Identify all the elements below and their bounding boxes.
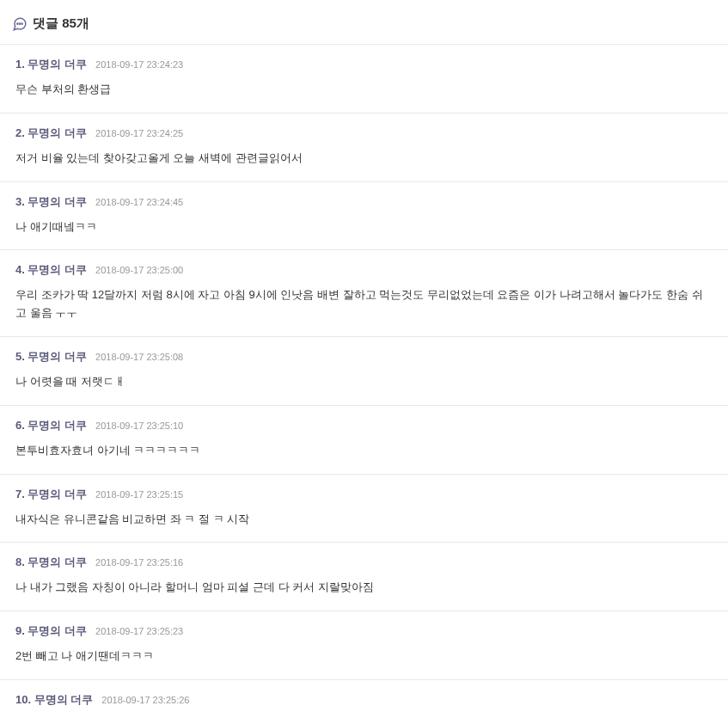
comment-body: 저거 비율 있는데 찾아갖고올게 오늘 새벽에 관련글읽어서 bbox=[15, 150, 713, 168]
svg-point-0 bbox=[17, 23, 18, 24]
comment-author[interactable]: 4. 무명의 더쿠 bbox=[15, 262, 87, 278]
comment-author[interactable]: 2. 무명의 더쿠 bbox=[15, 126, 87, 141]
comment-item: 10. 무명의 더쿠2018-09-17 23:25:26나네 bbox=[0, 679, 728, 718]
comment-head: 8. 무명의 더쿠2018-09-17 23:25:16 bbox=[15, 555, 713, 570]
comment-timestamp: 2018-09-17 23:25:08 bbox=[95, 352, 183, 362]
comments-title-prefix: 댓글 bbox=[33, 15, 58, 30]
comment-author[interactable]: 10. 무명의 더쿠 bbox=[15, 692, 93, 708]
comment-item: 3. 무명의 더쿠2018-09-17 23:24:45나 애기때넼ㅋㅋ bbox=[0, 181, 728, 250]
comment-item: 8. 무명의 더쿠2018-09-17 23:25:16나 내가 그랬음 자칭이… bbox=[0, 542, 728, 611]
comments-header: 댓글 85개 bbox=[0, 9, 728, 44]
comment-item: 6. 무명의 더쿠2018-09-17 23:25:10본투비효자효녀 아기네 … bbox=[0, 405, 728, 474]
comment-timestamp: 2018-09-17 23:24:45 bbox=[95, 197, 183, 207]
comment-icon bbox=[12, 16, 28, 32]
comment-head: 4. 무명의 더쿠2018-09-17 23:25:00 bbox=[15, 262, 713, 278]
comment-author[interactable]: 9. 무명의 더쿠 bbox=[15, 623, 87, 639]
svg-point-2 bbox=[21, 23, 22, 24]
svg-point-1 bbox=[19, 23, 20, 24]
comment-head: 7. 무명의 더쿠2018-09-17 23:25:15 bbox=[15, 487, 713, 502]
comment-body: 무슨 부처의 환생급 bbox=[15, 81, 713, 99]
comment-list: 1. 무명의 더쿠2018-09-17 23:24:23무슨 부처의 환생급2.… bbox=[0, 44, 728, 718]
comment-timestamp: 2018-09-17 23:25:15 bbox=[95, 489, 183, 500]
comment-timestamp: 2018-09-17 23:24:25 bbox=[95, 128, 183, 138]
comment-body: 나 어렷을 때 저랫ㄷㅐ bbox=[15, 373, 713, 391]
comment-author[interactable]: 8. 무명의 더쿠 bbox=[15, 555, 87, 570]
comment-head: 1. 무명의 더쿠2018-09-17 23:24:23 bbox=[15, 57, 713, 72]
comment-author[interactable]: 6. 무명의 더쿠 bbox=[15, 418, 87, 433]
comment-item: 4. 무명의 더쿠2018-09-17 23:25:00우리 조카가 딱 12달… bbox=[0, 249, 728, 336]
comment-head: 3. 무명의 더쿠2018-09-17 23:24:45 bbox=[15, 194, 713, 210]
comment-author[interactable]: 5. 무명의 더쿠 bbox=[15, 349, 87, 365]
comment-body: 내자식은 유니콘같음 비교하면 좌 ㅋ 절 ㅋ 시작 bbox=[15, 511, 713, 529]
comment-author[interactable]: 3. 무명의 더쿠 bbox=[15, 194, 87, 210]
comment-head: 6. 무명의 더쿠2018-09-17 23:25:10 bbox=[15, 418, 713, 433]
comment-item: 2. 무명의 더쿠2018-09-17 23:24:25저거 비율 있는데 찾아… bbox=[0, 113, 728, 181]
comment-timestamp: 2018-09-17 23:24:23 bbox=[95, 59, 183, 70]
comment-timestamp: 2018-09-17 23:25:26 bbox=[101, 695, 189, 705]
comment-item: 1. 무명의 더쿠2018-09-17 23:24:23무슨 부처의 환생급 bbox=[0, 44, 728, 113]
comment-body: 2번 빼고 나 애기땐데ㅋㅋㅋ bbox=[15, 647, 713, 666]
comment-timestamp: 2018-09-17 23:25:16 bbox=[95, 557, 183, 568]
comment-head: 5. 무명의 더쿠2018-09-17 23:25:08 bbox=[15, 349, 713, 365]
comment-timestamp: 2018-09-17 23:25:23 bbox=[95, 626, 183, 636]
comment-author[interactable]: 7. 무명의 더쿠 bbox=[15, 487, 87, 502]
comments-title: 댓글 85개 bbox=[33, 15, 89, 32]
comment-author[interactable]: 1. 무명의 더쿠 bbox=[15, 57, 87, 72]
comment-timestamp: 2018-09-17 23:25:00 bbox=[95, 265, 183, 275]
comment-item: 7. 무명의 더쿠2018-09-17 23:25:15내자식은 유니콘같음 비… bbox=[0, 474, 728, 543]
comment-head: 2. 무명의 더쿠2018-09-17 23:24:25 bbox=[15, 126, 713, 141]
comment-item: 5. 무명의 더쿠2018-09-17 23:25:08나 어렷을 때 저랫ㄷㅐ bbox=[0, 336, 728, 405]
comment-body: 본투비효자효녀 아기네 ㅋㅋㅋㅋㅋㅋ bbox=[15, 442, 713, 460]
comment-item: 9. 무명의 더쿠2018-09-17 23:25:232번 빼고 나 애기땐데… bbox=[0, 611, 728, 679]
comment-body: 우리 조카가 딱 12달까지 저럼 8시에 자고 아침 9시에 인낫음 배변 잘… bbox=[15, 286, 713, 322]
comments-count: 85개 bbox=[62, 15, 89, 30]
comment-head: 9. 무명의 더쿠2018-09-17 23:25:23 bbox=[15, 623, 713, 639]
comment-head: 10. 무명의 더쿠2018-09-17 23:25:26 bbox=[15, 692, 713, 708]
comment-timestamp: 2018-09-17 23:25:10 bbox=[95, 420, 183, 431]
comment-body: 나 애기때넼ㅋㅋ bbox=[15, 218, 713, 236]
comment-body: 나 내가 그랬음 자칭이 아니라 할머니 엄마 피셜 근데 다 커서 지랄맞아짐 bbox=[15, 579, 713, 597]
